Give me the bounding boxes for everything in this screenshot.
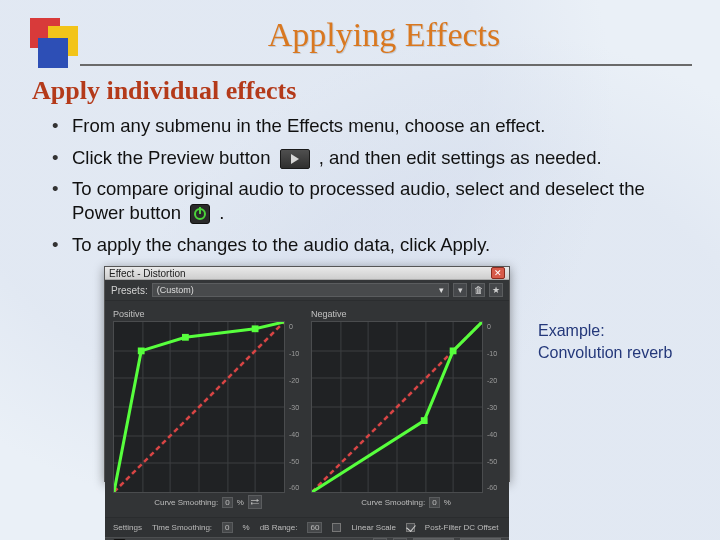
preset-value: (Custom) — [157, 285, 194, 295]
power-icon — [190, 204, 210, 224]
section-heading: Apply individual effects — [32, 76, 692, 106]
post-filter-label: Post-Filter DC Offset — [425, 523, 499, 532]
svg-rect-12 — [182, 334, 189, 341]
svg-rect-11 — [138, 348, 145, 355]
star-preset-icon[interactable]: ★ — [489, 283, 503, 297]
presets-row: Presets: (Custom) ▾ ▾ 🗑 ★ — [105, 280, 509, 301]
preview-play-icon — [280, 149, 310, 169]
bullet-item: From any submenu in the Effects menu, ch… — [56, 114, 692, 138]
post-filter-checkbox[interactable] — [406, 523, 415, 532]
settings-row: Settings Time Smoothing: 0 % dB Range: 6… — [105, 517, 509, 537]
time-smoothing-input[interactable]: 0 — [222, 522, 232, 533]
chevron-down-icon: ▾ — [439, 285, 444, 295]
settings-label: Settings — [113, 523, 142, 532]
dialog-title: Effect - Distortion — [109, 268, 186, 279]
dialog-titlebar: Effect - Distortion ✕ — [105, 267, 509, 280]
bullet-text: , and then edit settings as needed. — [319, 147, 602, 168]
chart-y-ticks: 0-10-20-30-40-50-60 — [289, 321, 303, 493]
negative-chart[interactable] — [311, 321, 483, 493]
svg-rect-25 — [450, 348, 457, 355]
example-caption: Example: Convolution reverb — [538, 320, 672, 482]
positive-chart[interactable] — [113, 321, 285, 493]
presets-label: Presets: — [111, 285, 148, 296]
svg-marker-0 — [291, 154, 299, 164]
negative-chart-label: Negative — [311, 309, 501, 319]
curve-smoothing-row: Curve Smoothing: 0 % — [311, 495, 501, 509]
delete-preset-icon[interactable]: 🗑 — [471, 283, 485, 297]
bullet-text: Click the Preview button — [72, 147, 276, 168]
effect-dialog: Effect - Distortion ✕ Presets: (Custom) … — [104, 266, 510, 482]
svg-rect-24 — [421, 418, 428, 425]
presets-select[interactable]: (Custom) ▾ — [152, 283, 449, 297]
close-icon[interactable]: ✕ — [491, 267, 505, 279]
curve-smoothing-row: Curve Smoothing: 0 % ⮂ — [113, 495, 303, 509]
db-range-input[interactable]: 60 — [307, 522, 322, 533]
bullet-item: To compare original audio to processed a… — [56, 177, 692, 224]
slide-deco-logo — [30, 18, 86, 74]
positive-chart-label: Positive — [113, 309, 303, 319]
curve-smoothing-input[interactable]: 0 — [429, 497, 439, 508]
curve-smoothing-input[interactable]: 0 — [222, 497, 232, 508]
bullet-text: To compare original audio to processed a… — [72, 178, 645, 223]
linear-scale-checkbox[interactable] — [332, 523, 341, 532]
save-preset-icon[interactable]: ▾ — [453, 283, 467, 297]
bullet-item: To apply the changes to the audio data, … — [56, 233, 692, 257]
slide-title: Applying Effects — [76, 16, 692, 54]
svg-rect-13 — [252, 326, 259, 333]
linear-scale-label: Linear Scale — [351, 523, 395, 532]
bullet-list: From any submenu in the Effects menu, ch… — [32, 114, 692, 256]
link-charts-icon[interactable]: ⮂ — [248, 495, 262, 509]
bullet-text: . — [219, 202, 224, 223]
title-divider — [80, 64, 692, 66]
chart-y-ticks: 0-10-20-30-40-50-60 — [487, 321, 501, 493]
bullet-item: Click the Preview button , and then edit… — [56, 146, 692, 170]
